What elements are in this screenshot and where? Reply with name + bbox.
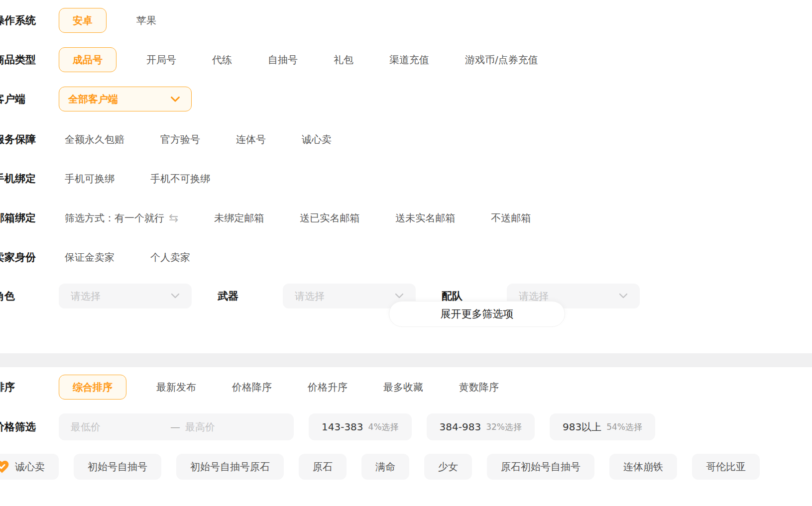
sort-options: 综合排序 最新发布 价格降序 价格升序 最多收藏 黄数降序 [59, 375, 505, 400]
os-row-label: 操作系统 [0, 13, 36, 27]
filter-row-service: 服务保障 全额永久包赔 官方验号 连体号 诚心卖 [0, 127, 812, 152]
max-price-input[interactable] [185, 421, 280, 433]
heart-check-icon [0, 459, 10, 475]
email-filter-mode-text: 筛选方式：有一个就行 [65, 211, 164, 225]
filter-row-seller: 卖家身份 保证金卖家 个人卖家 [0, 245, 812, 270]
min-price-input[interactable] [71, 421, 165, 433]
email-filter-mode-toggle[interactable]: 筛选方式：有一个就行 ⇆ [59, 211, 184, 225]
chevron-down-icon [619, 293, 628, 299]
price-range-value: 384-983 [440, 421, 481, 433]
phone-option[interactable]: 手机可换绑 [59, 172, 120, 186]
service-row-label: 服务保障 [0, 132, 36, 146]
price-range-value: 983以上 [563, 420, 601, 434]
sort-option[interactable]: 价格升序 [302, 381, 353, 394]
chevron-down-icon [395, 293, 404, 299]
client-row-label: 客户端 [0, 92, 25, 106]
chevron-down-icon [171, 293, 180, 299]
email-options: 筛选方式：有一个就行 ⇆ 未绑定邮箱 送已实名邮箱 送未实名邮箱 不送邮箱 [59, 205, 537, 230]
client-dropdown-value: 全部客户端 [68, 93, 118, 106]
filter-row-phone: 手机绑定 手机可换绑 手机不可换绑 [0, 166, 812, 191]
product-type-options: 成品号 开局号 代练 自抽号 礼包 渠道充值 游戏币/点券充值 [59, 47, 544, 72]
tag-item[interactable]: 初始号自抽号原石 [176, 454, 284, 480]
email-option[interactable]: 未绑定邮箱 [208, 211, 270, 225]
service-option[interactable]: 全额永久包赔 [59, 133, 130, 146]
phone-row-label: 手机绑定 [0, 172, 36, 186]
product-type-option[interactable]: 渠道充值 [383, 53, 435, 67]
role-select-placeholder: 请选择 [71, 290, 101, 303]
product-type-row-label: 商品类型 [0, 53, 36, 67]
email-option[interactable]: 不送邮箱 [485, 211, 537, 225]
seller-option[interactable]: 个人卖家 [144, 251, 196, 264]
email-option[interactable]: 送已实名邮箱 [294, 211, 365, 225]
product-type-option[interactable]: 游戏币/点券充值 [459, 53, 544, 67]
filter-panel: 操作系统 安卓 苹果 商品类型 成品号 开局号 代练 自抽号 礼包 渠道充值 游… [0, 0, 812, 506]
service-option[interactable]: 官方验号 [154, 133, 206, 146]
os-option-android[interactable]: 安卓 [59, 8, 107, 33]
sort-option[interactable]: 最新发布 [150, 381, 202, 394]
quick-tags-row: 诚心卖 初始号自抽号 初始号自抽号原石 原石 满命 少女 原石初始号自抽号 连体… [0, 454, 760, 480]
role-select[interactable]: 请选择 [59, 284, 192, 308]
tag-item[interactable]: 满命 [361, 454, 409, 480]
swap-horizontal-icon: ⇆ [169, 212, 178, 224]
filter-row-os: 操作系统 安卓 苹果 [0, 8, 812, 33]
service-option[interactable]: 连体号 [230, 133, 272, 146]
weapon-select-placeholder: 请选择 [295, 290, 325, 303]
product-type-option[interactable]: 开局号 [140, 53, 182, 67]
filter-row-email: 邮箱绑定 筛选方式：有一个就行 ⇆ 未绑定邮箱 送已实名邮箱 送未实名邮箱 不送… [0, 205, 812, 230]
price-range-chip[interactable]: 384-983 32%选择 [427, 413, 535, 440]
sort-option[interactable]: 黄数降序 [453, 381, 505, 394]
tag-item[interactable]: 连体崩铁 [609, 454, 677, 480]
tag-item[interactable]: 哥伦比亚 [692, 454, 760, 480]
price-range-inputs: — [59, 413, 294, 440]
tag-item[interactable]: 初始号自抽号 [74, 454, 161, 480]
service-option[interactable]: 诚心卖 [296, 133, 338, 146]
price-range-percent: 32%选择 [486, 421, 522, 433]
sort-option-selected[interactable]: 综合排序 [59, 375, 126, 400]
tag-item[interactable]: 原石初始号自抽号 [487, 454, 594, 480]
tag-item[interactable]: 原石 [299, 454, 347, 480]
email-option[interactable]: 送未实名邮箱 [389, 211, 461, 225]
role-row-label: 角色 [0, 289, 15, 303]
tag-label: 诚心卖 [15, 460, 45, 474]
client-options: 全部客户端 [59, 87, 192, 111]
price-range-chip[interactable]: 143-383 4%选择 [309, 413, 412, 440]
tag-item[interactable]: 少女 [424, 454, 472, 480]
sort-row: 排序 综合排序 最新发布 价格降序 价格升序 最多收藏 黄数降序 [0, 375, 812, 400]
price-range-separator: — [170, 421, 180, 433]
os-options: 安卓 苹果 [59, 8, 162, 33]
product-type-option[interactable]: 自抽号 [262, 53, 304, 67]
price-range-chip[interactable]: 983以上 54%选择 [550, 413, 655, 440]
phone-option[interactable]: 手机不可换绑 [144, 172, 216, 186]
price-range-percent: 54%选择 [606, 421, 642, 433]
weapon-label: 武器 [218, 289, 238, 303]
sort-option[interactable]: 价格降序 [226, 381, 278, 394]
product-type-option[interactable]: 代练 [206, 53, 238, 67]
os-option-apple[interactable]: 苹果 [130, 14, 162, 27]
tag-sincere-sell[interactable]: 诚心卖 [0, 454, 59, 480]
service-options: 全额永久包赔 官方验号 连体号 诚心卖 [59, 127, 338, 152]
price-range-percent: 4%选择 [368, 421, 399, 433]
section-divider [0, 353, 812, 367]
email-row-label: 邮箱绑定 [0, 211, 36, 225]
price-range-value: 143-383 [322, 421, 363, 433]
chevron-down-icon [170, 96, 180, 102]
product-type-option[interactable]: 礼包 [328, 53, 359, 67]
seller-row-label: 卖家身份 [0, 250, 36, 264]
price-filter-row: 价格筛选 — 143-383 4%选择 384-983 32%选择 983以上 … [0, 413, 812, 440]
expand-more-filters-button[interactable]: 展开更多筛选项 [389, 301, 565, 327]
seller-options: 保证金卖家 个人卖家 [59, 245, 196, 270]
price-controls: — 143-383 4%选择 384-983 32%选择 983以上 54%选择 [59, 413, 655, 440]
phone-options: 手机可换绑 手机不可换绑 [59, 166, 216, 191]
filter-row-client: 客户端 全部客户端 [0, 87, 812, 111]
client-dropdown[interactable]: 全部客户端 [59, 87, 192, 111]
seller-option[interactable]: 保证金卖家 [59, 251, 120, 264]
sort-row-label: 排序 [0, 380, 15, 394]
filter-row-product-type: 商品类型 成品号 开局号 代练 自抽号 礼包 渠道充值 游戏币/点券充值 [0, 47, 812, 72]
product-type-option-selected[interactable]: 成品号 [59, 47, 116, 72]
price-row-label: 价格筛选 [0, 420, 36, 434]
sort-option[interactable]: 最多收藏 [377, 381, 429, 394]
